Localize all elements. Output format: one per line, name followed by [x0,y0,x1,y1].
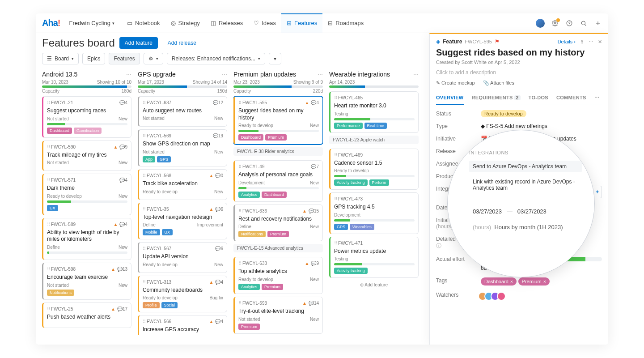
feature-card[interactable]: ⠿FWCYL-593▲💬14Try-it-out elite-level tra… [233,297,323,334]
card-title: Push based weather alerts [47,314,127,321]
feature-card[interactable]: ⠿FWCYL-566▲💬4Increase GPS accuracyReady … [138,315,227,335]
card-title: Encourage team exercise [47,274,127,281]
create-mockup-link[interactable]: ✎ Create mockup [436,80,475,86]
feature-card[interactable]: ⠿FWCYL-636▲💬15Rest and recovery notifica… [233,205,323,242]
feature-card[interactable]: ⠿FWCYL-471Power metrics updateTestingAct… [329,237,419,278]
share-icon[interactable]: ⇪ [580,39,584,45]
feature-card[interactable]: ⠿FWCYL-567💬6Update API versionReady to d… [138,242,227,273]
feature-card[interactable]: ⠿FWCYL-590▲💬9Track mileage of my tiresNo… [42,141,131,171]
drag-handle-icon[interactable]: ⠿ [143,207,145,212]
drag-handle-icon[interactable]: ⠿ [143,100,145,105]
card-id: FWCYL-571 [51,178,76,183]
tab-todos[interactable]: TO-DOS [529,95,548,105]
feature-card[interactable]: ⠿FWCYL-637💬12Auto suggest new routesNot … [138,96,227,127]
nav-tab-strategy[interactable]: ◎Strategy [165,13,205,33]
feature-card[interactable]: ⠿FWCYL-595▲💬4Suggest rides based on my h… [233,96,323,145]
drag-handle-icon[interactable]: ⠿ [238,164,241,169]
settings-menu[interactable]: ⚙▾ [144,53,163,64]
initiative-value[interactable]: 📅 FWCYL-R-36 Premium plan updates [481,136,602,142]
add-feature-button[interactable]: Add feature [119,37,158,49]
date-range-value[interactable]: 03/27/2023 — 03/27/2023 [481,205,602,211]
drag-handle-icon[interactable]: ⠿ [47,307,49,311]
description-placeholder[interactable]: Click to add a description [436,69,602,76]
feature-card[interactable]: ⠿FWCYL-21💬4Suggest upcoming racesNot sta… [42,96,131,138]
drag-handle-icon[interactable]: ⠿ [334,95,336,100]
details-link[interactable]: Details › [558,39,576,44]
feature-card[interactable]: ⠿FWCYL-598▲💬13Encourage team exerciseNot… [42,263,131,300]
nav-tab-notebook[interactable]: ▭Notebook [122,13,165,33]
search-icon[interactable] [580,19,588,27]
column-menu-icon[interactable]: ⋯ [318,71,323,77]
card-tag: Dashboard [262,192,287,198]
tag-premium[interactable]: Premium × [518,277,550,286]
add-release-button[interactable]: Add release [162,37,202,49]
drag-handle-icon[interactable]: ⠿ [143,280,145,285]
feature-card[interactable]: ⠿FWCYL-469Cadence sensor 1.5Ready to dev… [329,149,419,190]
drag-handle-icon[interactable]: ⠿ [143,173,145,178]
close-icon[interactable]: ✕ [598,39,602,45]
drag-handle-icon[interactable]: ⠿ [47,267,49,272]
drag-handle-icon[interactable]: ⠿ [47,100,49,105]
feature-title[interactable]: Suggest rides based on my history [436,47,602,58]
select-integration[interactable]: Select integration+ [481,186,602,198]
feature-card[interactable]: ⠿FWCYL-473GPS tracking 4.5DevelopmentGPS… [329,192,419,234]
nav-tab-releases[interactable]: ◫Releases [205,13,248,33]
tab-comments[interactable]: COMMENTS [556,95,586,105]
avatar[interactable] [536,19,545,28]
feature-card[interactable]: ⠿FWCYL-571💬4Dark themeReady to developNe… [42,174,131,215]
epics-toggle[interactable]: Epics [82,53,105,64]
drag-handle-icon[interactable]: ⠿ [334,196,336,201]
add-feature-inline[interactable]: ⊕ Add feature [329,281,419,289]
tag-dashboard[interactable]: Dashboard × [481,277,517,286]
drag-handle-icon[interactable]: ⠿ [143,246,145,251]
feature-card[interactable]: ⠿FWCYL-568▲💬0Track bike accelerationRead… [138,169,227,200]
gear-icon[interactable] [551,19,559,27]
tab-requirements[interactable]: REQUIREMENTS2 [472,95,521,105]
feature-card[interactable]: ⠿FWCYL-313▲💬4Community leaderboardsReady… [138,276,227,313]
epic-parking-lot[interactable]: FWCYL-E-23 Apple watch [329,136,419,144]
drag-handle-icon[interactable]: ⠿ [334,153,336,158]
drag-handle-icon[interactable]: ⠿ [143,133,145,138]
column-menu-icon[interactable]: ⋯ [413,71,419,77]
feature-card[interactable]: ⠿FWCYL-35▲💬6Top-level navigation redesig… [138,203,227,240]
nav-tab-roadmaps[interactable]: ⊟Roadmaps [322,13,369,33]
drag-handle-icon[interactable]: ⠿ [47,178,49,183]
drag-handle-icon[interactable]: ⠿ [334,241,336,246]
feature-card[interactable]: ⠿FWCYL-25▲💬17Push based weather alerts [42,303,131,328]
filter-icon[interactable]: ▾ [269,53,281,64]
watchers-list[interactable] [481,292,602,301]
epic-parking-lot[interactable]: FWCYL-E-38 Rider analytics [233,147,323,156]
release-filter[interactable]: Releases: Enhanced notifications...▾ [167,53,265,64]
drag-handle-icon[interactable]: ⠿ [47,222,49,227]
more-icon[interactable]: ⋯ [589,39,593,45]
feature-card[interactable]: ⠿FWCYL-465Heart rate monitor 3.0TestingP… [329,91,419,133]
tab-more-icon[interactable]: ⋯ [594,95,599,105]
add-icon[interactable] [594,19,602,27]
attach-files-link[interactable]: 📎 Attach files [483,80,514,86]
drag-handle-icon[interactable]: ⠿ [238,100,241,105]
feature-card[interactable]: ⠿FWCYL-633▲💬9Top athlete analyticsReady … [233,257,323,294]
drag-handle-icon[interactable]: ⠿ [143,319,145,324]
board-view-select[interactable]: ☰Board▾ [42,53,79,64]
flag-icon[interactable]: ⚑ [495,38,500,45]
drag-handle-icon[interactable]: ⠿ [47,145,49,149]
help-icon[interactable] [565,19,573,27]
nav-tab-ideas[interactable]: ♡Ideas [248,13,281,33]
status-value[interactable]: Ready to develop [481,110,526,117]
feature-card[interactable]: ⠿FWCYL-49💬7Analysis of personal race goa… [233,160,323,202]
workspace-switcher[interactable]: Fredwin Cycling▾ [64,18,119,28]
feature-card[interactable]: ⠿FWCYL-569💬19Show GPS direction on mapNo… [138,129,227,166]
column-menu-icon[interactable]: ⋯ [222,71,227,77]
drag-handle-icon[interactable]: ⠿ [238,301,241,306]
column-menu-icon[interactable]: ⋯ [126,71,131,77]
type-value[interactable]: ◆ FS-S-5 Add new offerings [481,123,602,129]
features-toggle[interactable]: Features [109,53,140,64]
initial-estimate-value[interactable]: Hours by month (1H 2023) [481,217,602,230]
drag-handle-icon[interactable]: ⠿ [238,209,241,213]
nav-tab-features[interactable]: ⊞Features [281,13,322,33]
tab-overview[interactable]: OVERVIEW [436,95,464,105]
drag-handle-icon[interactable]: ⠿ [238,261,241,266]
epic-parking-lot[interactable]: FWCYL-E-15 Advanced analytics [233,244,323,252]
feature-card[interactable]: ⠿FWCYL-589▲💬4Ability to view length of r… [42,218,131,260]
card-tag: Premium [238,324,260,330]
